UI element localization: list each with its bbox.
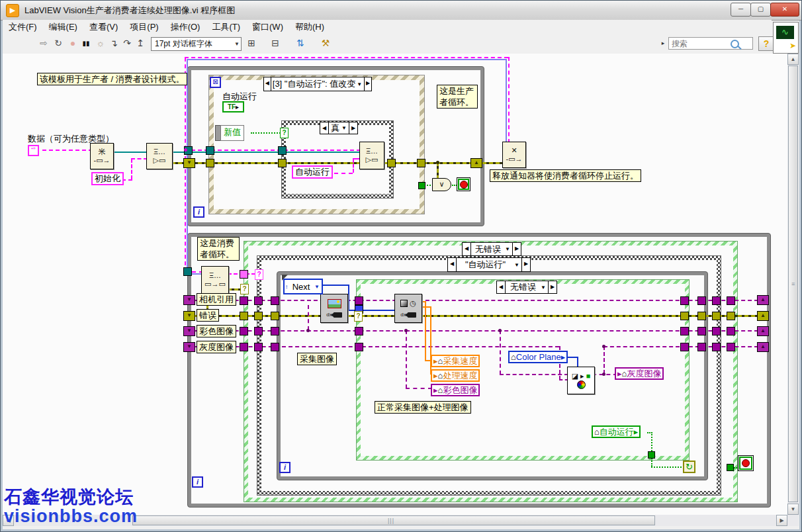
release-notifier-node[interactable]: ✕-▭→: [502, 142, 526, 168]
scroll-right-icon[interactable]: ▶: [776, 515, 787, 526]
step-out-icon[interactable]: ↥: [134, 36, 147, 50]
init-string-constant[interactable]: 初始化: [91, 172, 124, 185]
scroll-down-icon[interactable]: ▼: [787, 504, 799, 515]
reorder-icon[interactable]: ⇅: [294, 36, 307, 50]
sr-camref-right[interactable]: ▲: [757, 295, 769, 305]
send-notification-node-outer[interactable]: Ξ…▷▭: [146, 143, 173, 169]
vi-icon[interactable]: ∿ ➤: [773, 22, 799, 54]
inner-iteration-terminal[interactable]: i: [279, 462, 290, 473]
shift-register-error-left[interactable]: ▼: [183, 158, 195, 168]
event-timeout-terminal[interactable]: ⊠: [210, 77, 221, 88]
horizontal-scroll-thumb[interactable]: |||: [132, 515, 655, 525]
pause-button-icon[interactable]: ▮▮: [79, 36, 93, 50]
menu-view[interactable]: 查看(V): [83, 20, 124, 34]
highlight-execution-icon[interactable]: ☼: [94, 36, 107, 50]
block-diagram[interactable]: ▼ ▲ ? ? ? ? ▼ ▼ ▼ ▼ ▲ ▲ ▲ ▲: [3, 54, 787, 515]
prev-case-icon[interactable]: ◀: [320, 122, 329, 134]
next-enum-constant[interactable]: ↕ Next ▼: [283, 279, 323, 294]
dropdown-icon[interactable]: ▼: [505, 246, 512, 252]
autorun-string-constant[interactable]: 自动运行: [292, 165, 333, 179]
string-control-terminal[interactable]: “”: [28, 145, 39, 156]
extract-color-plane-node[interactable]: ◪▸■: [567, 367, 595, 394]
sr-gray-right[interactable]: ▲: [757, 342, 769, 352]
local-var-color-image[interactable]: ▸⌂彩色图像: [431, 384, 480, 396]
outer-error-case-selector[interactable]: ◀ 无错误 ▼ ▶: [462, 242, 521, 256]
menu-window[interactable]: 窗口(W): [246, 20, 289, 34]
sr-color-right[interactable]: ▲: [757, 326, 769, 336]
inner-loop-condition-terminal[interactable]: ↻: [683, 461, 695, 473]
menu-help[interactable]: 帮助(H): [289, 20, 330, 34]
step-into-icon[interactable]: ↴: [107, 36, 120, 50]
font-selector[interactable]: 17pt 对话框字体 ▼: [151, 37, 242, 51]
producer-iteration-terminal[interactable]: i: [193, 206, 204, 218]
comment-release-notifier[interactable]: 释放通知器将使消费者循环停止运行。: [490, 169, 641, 182]
autorun-case-selector[interactable]: ◀ "自动运行" ▼ ▶: [447, 257, 531, 272]
align-objects-icon[interactable]: ⊞: [245, 36, 258, 50]
local-var-autorun[interactable]: ⌂自动运行▸: [592, 425, 641, 438]
sr-error-right[interactable]: ▲: [757, 311, 769, 321]
next-icon[interactable]: ▶: [548, 281, 557, 293]
scroll-up-icon[interactable]: ▲: [787, 54, 799, 65]
prev-icon[interactable]: ◀: [463, 243, 471, 255]
next-icon[interactable]: ▶: [521, 258, 530, 271]
comment-normal-process[interactable]: 正常采集图像+处理图像: [375, 401, 471, 414]
minimize-button[interactable]: ─: [731, 3, 751, 17]
comment-template[interactable]: 该模板用于生产者 / 消费者设计模式。: [37, 73, 187, 85]
cleanup-diagram-icon[interactable]: ⚒: [319, 36, 332, 50]
vertical-scrollbar[interactable]: ▲ ≡ ▼: [787, 54, 799, 515]
step-over-icon[interactable]: ↷: [120, 36, 134, 50]
send-notification-node-inner[interactable]: Ξ…▷▭: [359, 142, 384, 169]
vertical-scroll-thumb[interactable]: ≡: [788, 66, 798, 502]
sr-error-left[interactable]: ▼: [183, 311, 195, 321]
prev-event-icon[interactable]: ◀: [264, 77, 271, 91]
comment-consumer-loop[interactable]: 这是消费者循环。: [197, 237, 240, 261]
abort-button-icon[interactable]: ●: [66, 36, 79, 50]
title-bar[interactable]: ▶ LabVIEW Vision生产者消费者连续处理图像.vi 程序框图: [1, 1, 801, 21]
dropdown-icon[interactable]: ▼: [514, 262, 521, 268]
case-dropdown-icon[interactable]: ▼: [341, 125, 349, 131]
enum-dropdown-icon[interactable]: ▼: [314, 284, 322, 290]
imaqdx-process-node[interactable]: ◷ dx: [394, 294, 422, 323]
true-case-selector[interactable]: ◀ 真 ▼ ▶: [320, 122, 358, 134]
distribute-objects-icon[interactable]: ⊟: [269, 36, 282, 50]
prev-icon[interactable]: ◀: [448, 258, 457, 271]
consumer-iteration-terminal[interactable]: i: [192, 476, 203, 488]
maximize-button[interactable]: ▢: [750, 3, 771, 17]
menu-tools[interactable]: 工具(T): [206, 20, 246, 34]
producer-loop-condition-terminal[interactable]: [457, 177, 470, 191]
label-camera-ref[interactable]: 相机引用: [197, 293, 236, 306]
label-gray-image[interactable]: 灰度图像: [197, 341, 236, 353]
next-icon[interactable]: ▶: [512, 243, 521, 255]
prev-icon[interactable]: ◀: [497, 281, 506, 293]
event-case-selector[interactable]: ◀ [3] "自动运行": 值改变 ▼ ▶: [263, 77, 372, 91]
shift-register-error-right[interactable]: ▲: [470, 158, 482, 168]
dropdown-icon[interactable]: ▼: [541, 285, 548, 290]
next-case-icon[interactable]: ▶: [349, 122, 357, 134]
sr-camref-left[interactable]: ▼: [183, 295, 195, 305]
or-gate-node[interactable]: ∨: [432, 178, 451, 191]
run-button-icon[interactable]: ⇨: [37, 36, 50, 50]
label-color-image[interactable]: 彩色图像: [197, 325, 236, 337]
menu-project[interactable]: 项目(P): [124, 20, 164, 34]
wait-on-notification-node[interactable]: Ξ…▭→▭: [201, 266, 229, 294]
local-var-color-plane[interactable]: ⌂Color Plane▸: [508, 351, 568, 363]
search-icon[interactable]: [731, 40, 739, 48]
help-button[interactable]: ?: [758, 36, 774, 51]
close-button[interactable]: ✕: [770, 3, 799, 17]
menu-operate[interactable]: 操作(O): [165, 20, 206, 34]
consumer-loop-condition-terminal[interactable]: [738, 455, 754, 471]
local-var-acq-speed[interactable]: ▸⌂采集速度: [431, 355, 480, 367]
event-dropdown-icon[interactable]: ▼: [357, 81, 364, 87]
imaqdx-grab-node[interactable]: dx: [320, 294, 348, 323]
sr-gray-left[interactable]: ▼: [183, 342, 195, 352]
event-data-newval[interactable]: 新值: [220, 125, 244, 141]
sr-color-left[interactable]: ▼: [183, 326, 195, 336]
inner-error-case-selector[interactable]: ◀ 无错误 ▼ ▶: [496, 281, 557, 294]
next-event-icon[interactable]: ▶: [364, 77, 371, 91]
local-var-gray-image[interactable]: ▸⌂灰度图像: [615, 367, 664, 380]
comment-producer-loop[interactable]: 这是生产者循环。: [437, 85, 478, 109]
local-var-proc-speed[interactable]: ▸⌂处理速度: [431, 369, 480, 382]
run-continuous-icon[interactable]: ↻: [52, 36, 65, 50]
autorun-boolean-terminal[interactable]: TF▸: [222, 101, 244, 112]
comment-acquire[interactable]: 采集图像: [297, 353, 337, 365]
